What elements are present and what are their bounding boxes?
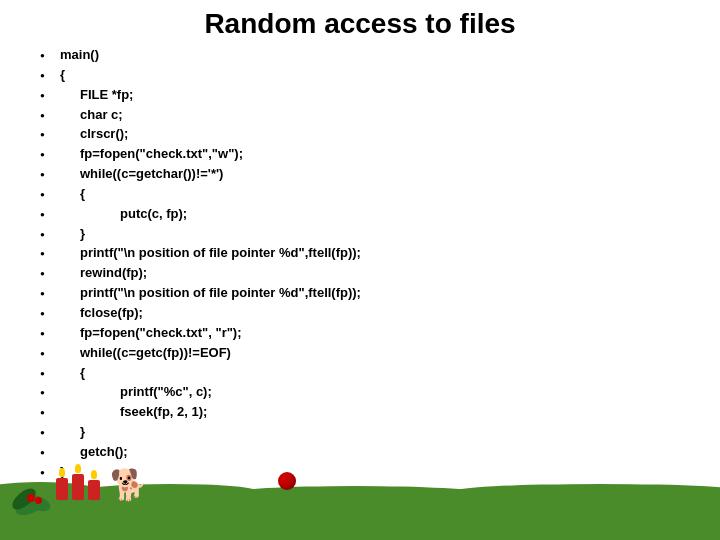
bullet-6: ● [40, 169, 56, 181]
holly-berry-1 [27, 494, 35, 502]
bullet-3: ● [40, 110, 56, 122]
bullet-13: ● [40, 308, 56, 320]
code-text-0: main() [60, 46, 99, 65]
holly-berry-2 [35, 497, 42, 504]
code-line-16: ●{ [40, 364, 720, 383]
red-ball [278, 472, 296, 490]
code-text-20: getch(); [80, 443, 128, 462]
bullet-7: ● [40, 189, 56, 201]
candle-1-flame [59, 468, 65, 477]
code-text-3: char c; [80, 106, 123, 125]
code-line-6: ●while((c=getchar())!='*') [40, 165, 720, 184]
code-line-4: ●clrscr(); [40, 125, 720, 144]
bullet-20: ● [40, 447, 56, 459]
bullet-1: ● [40, 70, 56, 82]
code-text-12: printf("\n position of file pointer %d",… [80, 284, 361, 303]
bullet-5: ● [40, 149, 56, 161]
code-line-12: ●printf("\n position of file pointer %d"… [40, 284, 720, 303]
bottom-scene: 🐕 [0, 470, 720, 540]
code-text-13: fclose(fp); [80, 304, 143, 323]
bullet-16: ● [40, 368, 56, 380]
code-text-14: fp=fopen("check.txt", "r"); [80, 324, 242, 343]
code-line-0: ●main() [40, 46, 720, 65]
code-text-9: } [80, 225, 85, 244]
bullet-4: ● [40, 129, 56, 141]
ground-bump-4 [450, 484, 720, 500]
code-line-2: ●FILE *fp; [40, 86, 720, 105]
bullet-11: ● [40, 268, 56, 280]
code-line-3: ●char c; [40, 106, 720, 125]
bullet-17: ● [40, 387, 56, 399]
bullet-8: ● [40, 209, 56, 221]
code-line-13: ●fclose(fp); [40, 304, 720, 323]
code-text-6: while((c=getchar())!='*') [80, 165, 223, 184]
code-text-10: printf("\n position of file pointer %d",… [80, 244, 361, 263]
code-text-2: FILE *fp; [80, 86, 133, 105]
code-line-1: ●{ [40, 66, 720, 85]
code-line-17: ●printf("%c", c); [40, 383, 720, 402]
candle-3-flame [91, 470, 97, 479]
code-line-10: ●printf("\n position of file pointer %d"… [40, 244, 720, 263]
bullet-15: ● [40, 348, 56, 360]
code-text-17: printf("%c", c); [120, 383, 212, 402]
code-line-15: ●while((c=getc(fp))!=EOF) [40, 344, 720, 363]
code-line-14: ●fp=fopen("check.txt", "r"); [40, 324, 720, 343]
bullet-0: ● [40, 50, 56, 62]
bullet-12: ● [40, 288, 56, 300]
code-text-7: { [80, 185, 85, 204]
code-text-15: while((c=getc(fp))!=EOF) [80, 344, 231, 363]
bullet-2: ● [40, 90, 56, 102]
candle-3-body [88, 480, 100, 500]
code-line-8: ●putc(c, fp); [40, 205, 720, 224]
bullet-9: ● [40, 229, 56, 241]
bullet-10: ● [40, 248, 56, 260]
code-text-1: { [60, 66, 65, 85]
code-text-5: fp=fopen("check.txt","w"); [80, 145, 243, 164]
bullet-18: ● [40, 407, 56, 419]
candle-1-body [56, 478, 68, 500]
code-line-18: ●fseek(fp, 2, 1); [40, 403, 720, 422]
code-line-5: ●fp=fopen("check.txt","w"); [40, 145, 720, 164]
code-text-8: putc(c, fp); [120, 205, 187, 224]
code-text-16: { [80, 364, 85, 383]
ground [0, 495, 720, 540]
code-text-18: fseek(fp, 2, 1); [120, 403, 207, 422]
code-line-11: ●rewind(fp); [40, 264, 720, 283]
candle-2-flame [75, 464, 81, 473]
dog-character: 🐕 [110, 470, 147, 500]
candle-1 [56, 468, 68, 500]
bullet-14: ● [40, 328, 56, 340]
code-line-9: ●} [40, 225, 720, 244]
code-list: ●main()●{●FILE *fp;●char c;●clrscr();●fp… [40, 46, 720, 482]
code-line-20: ●getch(); [40, 443, 720, 462]
candle-3 [88, 470, 100, 500]
code-text-11: rewind(fp); [80, 264, 147, 283]
code-line-19: ●} [40, 423, 720, 442]
code-text-4: clrscr(); [80, 125, 128, 144]
candle-2-body [72, 474, 84, 500]
page-title: Random access to files [0, 0, 720, 44]
code-line-7: ●{ [40, 185, 720, 204]
candle-2 [72, 464, 84, 500]
bullet-19: ● [40, 427, 56, 439]
ground-bump-3 [230, 486, 480, 500]
code-text-19: } [80, 423, 85, 442]
content-area: ●main()●{●FILE *fp;●char c;●clrscr();●fp… [0, 44, 720, 482]
